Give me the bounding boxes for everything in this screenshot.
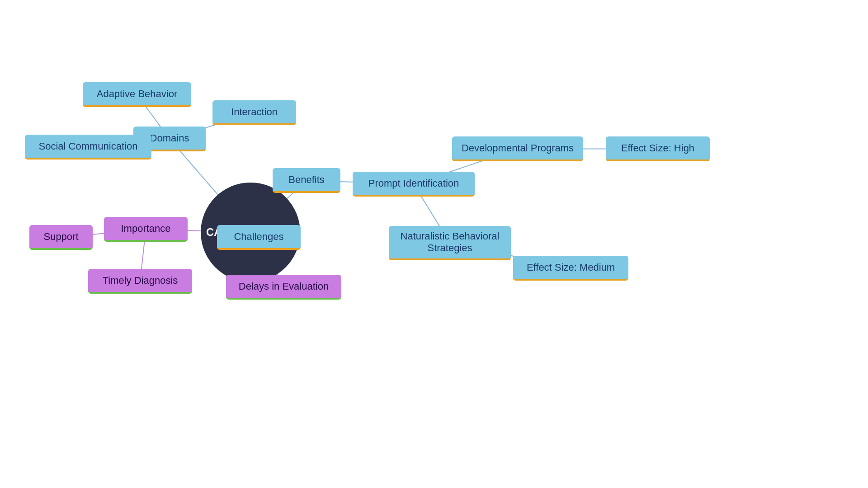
node-benefits: Benefits [273, 168, 340, 193]
node-adaptive_behavior: Adaptive Behavior [83, 82, 191, 107]
node-challenges: Challenges [217, 225, 301, 250]
node-timely_diag: Timely Diagnosis [88, 269, 192, 294]
node-interaction: Interaction [212, 100, 296, 125]
node-importance: Importance [104, 217, 188, 242]
node-support: Support [29, 225, 93, 250]
node-effect_size_high: Effect Size: High [606, 136, 710, 161]
node-effect_size_med: Effect Size: Medium [513, 256, 628, 281]
node-dev_programs: Developmental Programs [452, 136, 583, 161]
node-prompt_id: Prompt Identification [353, 172, 475, 197]
node-delays_eval: Delays in Evaluation [226, 275, 341, 300]
mindmap-container: CARS EvaluationDomainsAdaptive BehaviorI… [0, 0, 868, 488]
node-nat_beh: Naturalistic Behavioral Strategies [389, 226, 511, 260]
node-social_comm: Social Communication [25, 135, 151, 160]
